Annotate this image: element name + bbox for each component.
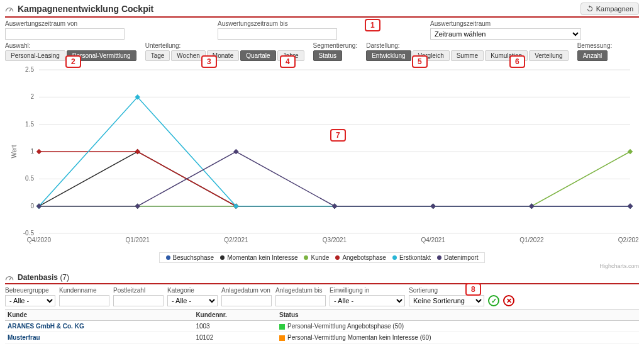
to-label: Auswertungszeitraum bis (218, 20, 425, 27)
darstellung-verteilung[interactable]: Verteilung (529, 50, 568, 61)
unterteilung-tage[interactable]: Tage (145, 50, 170, 61)
svg-text:Q4/2021: Q4/2021 (421, 237, 445, 243)
marker-8: 8 (465, 283, 481, 296)
cell-status: Personal-Vermittlung Momentan kein Inter… (277, 332, 639, 343)
svg-text:0.5: 0.5 (25, 175, 34, 182)
legend-item[interactable]: Besuchsphase (166, 254, 214, 261)
datenbasis-count: (7) (60, 273, 69, 282)
title-bar: Kampagnenentwicklung Cockpit Kampagnen (5, 3, 639, 18)
f-betreuer-label: Betreuergruppe (5, 287, 55, 294)
apply-icon[interactable]: ✓ (488, 295, 499, 306)
svg-text:Q1/2021: Q1/2021 (125, 237, 150, 243)
cell-kundennr: 1003 (193, 321, 277, 332)
chart-legend: BesuchsphaseMomentan kein InteresseKunde… (159, 252, 486, 263)
table-row[interactable]: Mertens10104Personal-Vermittlung Erstkon… (5, 343, 639, 347)
svg-text:Q2/2021: Q2/2021 (224, 237, 248, 243)
legend-item[interactable]: Angebotsphase (335, 254, 386, 261)
svg-rect-44 (36, 149, 42, 154)
cell-kunde[interactable]: ARANES GmbH & Co. KG (5, 321, 193, 332)
bemessung-anzahl[interactable]: Anzahl (577, 50, 608, 61)
f-betreuer[interactable]: - Alle - (5, 295, 55, 306)
bemessung-label: Bemessung: (577, 42, 613, 49)
f-bis[interactable] (275, 295, 326, 306)
svg-rect-63 (529, 203, 534, 208)
group-segment: Segmentierung: Status (313, 42, 358, 61)
f-von[interactable] (221, 295, 272, 306)
svg-text:Q2/2022: Q2/2022 (618, 237, 639, 243)
to-input[interactable] (218, 28, 337, 40)
marker-4: 4 (280, 55, 296, 68)
datenbasis-title: Datenbasis (18, 273, 58, 282)
page-title: Kampagnenentwicklung Cockpit (18, 4, 153, 14)
period-select[interactable]: Zeitraum wählen (430, 28, 581, 40)
cell-kunde[interactable]: Mertens (5, 343, 193, 347)
auswahl-label: Auswahl: (5, 42, 136, 49)
svg-text:1: 1 (30, 148, 34, 155)
svg-text:Q4/2020: Q4/2020 (27, 237, 52, 243)
chart-credits: Highcharts.com (5, 263, 639, 269)
marker-1: 1 (365, 19, 380, 31)
darstellung-summe[interactable]: Summe (451, 50, 484, 61)
svg-rect-60 (233, 149, 238, 154)
from-label: Auswertungszeitraum von (5, 20, 213, 27)
clear-icon[interactable]: ✕ (503, 295, 514, 306)
svg-text:2: 2 (30, 93, 34, 100)
cell-status: Personal-Vermittlung Erstkontakt (10) (277, 343, 639, 347)
table-row[interactable]: Musterfrau10102Personal-Vermittlung Mome… (5, 332, 639, 343)
chart: -0.500.511.522.5Q4/2020Q1/2021Q2/2021Q3/… (5, 64, 639, 252)
svg-rect-43 (628, 149, 633, 154)
from-input[interactable] (5, 28, 125, 40)
segment-status[interactable]: Status (313, 50, 342, 61)
cell-kundennr: 10104 (193, 343, 277, 347)
datenbasis-filters: Betreuergruppe- Alle - Kundenname Postle… (5, 287, 639, 306)
cell-status: Personal-Vermittlung Angebotsphase (50) (277, 321, 639, 332)
toolbar: Auswahl: Personal-LeasingPersonal-Vermit… (5, 42, 639, 61)
campaigns-button[interactable]: Kampagnen (580, 3, 639, 15)
gauge-icon (5, 274, 14, 281)
darstellung-label: Darstellung: (366, 42, 568, 49)
svg-text:1.5: 1.5 (25, 121, 34, 128)
f-kat[interactable]: - Alle - (167, 295, 218, 306)
marker-6: 6 (509, 55, 525, 68)
marker-5: 5 (412, 55, 428, 68)
col-kunde[interactable]: Kunde (5, 310, 193, 321)
darstellung-entwicklung[interactable]: Entwicklung (366, 50, 411, 61)
f-kunde[interactable] (59, 295, 109, 306)
legend-item[interactable]: Datenimport (437, 254, 478, 261)
table-row[interactable]: ARANES GmbH & Co. KG1003Personal-Vermitt… (5, 321, 639, 332)
legend-item[interactable]: Erstkontakt (392, 254, 431, 261)
col-status[interactable]: Status (277, 310, 639, 321)
marker-2: 2 (65, 55, 81, 68)
svg-rect-59 (135, 203, 140, 208)
f-von-label: Anlagedatum von (221, 287, 272, 294)
svg-rect-62 (430, 203, 435, 208)
gauge-icon (5, 6, 14, 12)
auswahl-personal-leasing[interactable]: Personal-Leasing (5, 50, 65, 61)
group-bemessung: Bemessung: Anzahl (577, 42, 613, 61)
unterteilung-label: Unterteilung: (145, 42, 304, 49)
campaigns-button-label: Kampagnen (596, 5, 633, 13)
unterteilung-wochen[interactable]: Wochen (171, 50, 206, 61)
unterteilung-quartale[interactable]: Quartale (240, 50, 275, 61)
datenbasis-header: Datenbasis (7) (5, 273, 639, 284)
cell-kundennr: 10102 (193, 332, 277, 343)
svg-text:Wert: Wert (11, 145, 18, 158)
svg-text:Q1/2022: Q1/2022 (519, 237, 544, 243)
f-einw[interactable]: - Alle - (330, 295, 405, 306)
svg-line-65 (9, 277, 11, 280)
group-darstellung: Darstellung: EntwicklungVergleichSummeKu… (366, 42, 568, 61)
f-plz[interactable] (113, 295, 164, 306)
legend-item[interactable]: Momentan kein Interesse (220, 254, 297, 261)
segment-label: Segmentierung: (313, 42, 358, 49)
col-kundennr[interactable]: Kundennr. (193, 310, 277, 321)
f-kunde-label: Kundenname (59, 287, 109, 294)
datenbasis-table: Kunde Kundennr. Status ARANES GmbH & Co.… (5, 309, 639, 346)
svg-text:0: 0 (30, 203, 34, 209)
cell-kunde[interactable]: Musterfrau (5, 332, 193, 343)
svg-text:-0.5: -0.5 (23, 230, 35, 237)
f-sort[interactable]: Keine Sortierung (409, 295, 484, 306)
svg-text:2.5: 2.5 (25, 66, 34, 73)
legend-item[interactable]: Kunde (304, 254, 329, 261)
period-label: Auswertungszeitraum (430, 20, 581, 27)
f-kat-label: Kategorie (167, 287, 218, 294)
